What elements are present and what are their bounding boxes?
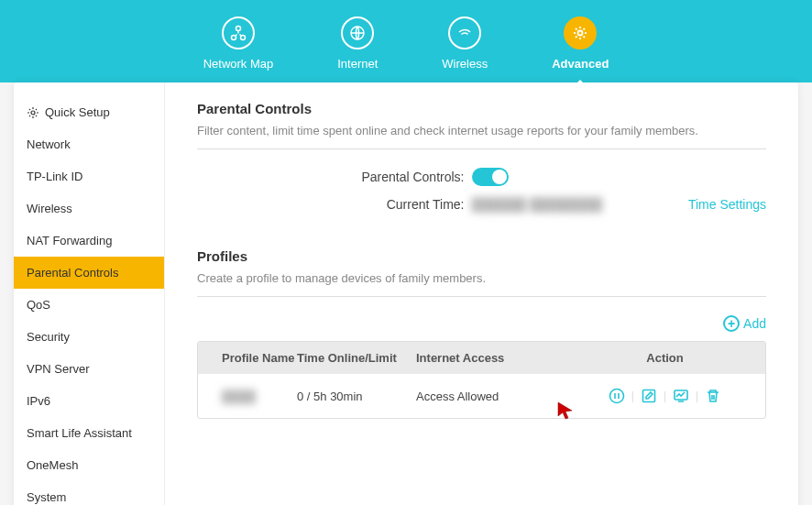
header-time: Time Online/Limit <box>297 351 416 365</box>
parental-toggle[interactable] <box>472 168 509 186</box>
sidebar-item-quick-setup[interactable]: Quick Setup <box>14 96 164 128</box>
separator: | <box>664 390 666 402</box>
network-map-icon <box>222 16 255 49</box>
toggle-label: Parental Controls: <box>309 170 465 184</box>
sidebar-item-ipv6[interactable]: IPv6 <box>14 385 164 417</box>
profile-name: ████ <box>205 390 297 403</box>
table-header: Profile Name Time Online/Limit Internet … <box>198 342 765 374</box>
svg-point-5 <box>31 111 35 115</box>
sidebar-item-label: Quick Setup <box>45 105 110 119</box>
sidebar-item-smart-life[interactable]: Smart Life Assistant <box>14 417 164 449</box>
wifi-icon <box>448 16 481 49</box>
sidebar-item-label: VPN Server <box>27 362 90 376</box>
profile-time: 0 / 5h 30min <box>297 390 416 403</box>
header-name: Profile Name <box>205 351 297 365</box>
nav-label: Wireless <box>442 57 488 71</box>
main-content: Parental Controls Filter content, limit … <box>165 82 798 505</box>
sidebar-item-label: Security <box>27 330 70 344</box>
nav-internet[interactable]: Internet <box>337 16 378 71</box>
profile-access: Access Allowed <box>416 390 572 403</box>
profiles-title: Profiles <box>197 248 766 264</box>
gear-icon <box>27 106 39 119</box>
svg-point-0 <box>236 27 240 31</box>
add-profile-button[interactable]: + Add <box>197 315 766 332</box>
separator: | <box>631 390 634 402</box>
sidebar-item-nat-forwarding[interactable]: NAT Forwarding <box>14 225 164 257</box>
nav-advanced[interactable]: Advanced <box>552 16 609 71</box>
gear-icon <box>564 16 597 49</box>
sidebar-item-wireless[interactable]: Wireless <box>14 192 164 225</box>
sidebar-item-label: Network <box>27 137 71 151</box>
sidebar-item-label: QoS <box>27 298 50 312</box>
current-time-value: ██████ ████████ <box>472 197 655 212</box>
svg-point-6 <box>609 390 623 403</box>
edit-icon[interactable] <box>640 387 658 405</box>
profiles-table: Profile Name Time Online/Limit Internet … <box>197 341 766 419</box>
sidebar-item-label: IPv6 <box>27 394 50 408</box>
sidebar-item-vpn-server[interactable]: VPN Server <box>14 353 164 385</box>
sidebar-item-label: System <box>27 490 66 504</box>
sidebar-item-qos[interactable]: QoS <box>14 289 164 321</box>
sidebar-item-label: TP-Link ID <box>27 170 82 183</box>
svg-point-4 <box>578 31 583 36</box>
delete-icon[interactable] <box>704 387 722 405</box>
nav-network-map[interactable]: Network Map <box>203 16 274 71</box>
page-description: Filter content, limit time spent online … <box>197 124 766 137</box>
sidebar-item-tplink-id[interactable]: TP-Link ID <box>14 160 164 192</box>
sidebar-item-security[interactable]: Security <box>14 321 164 353</box>
header-access: Internet Access <box>416 351 572 365</box>
nav-label: Network Map <box>203 57 274 71</box>
header-action: Action <box>572 351 758 365</box>
sidebar-item-onemesh[interactable]: OneMesh <box>14 449 164 481</box>
sidebar-item-label: NAT Forwarding <box>27 234 112 247</box>
page-title: Parental Controls <box>197 101 766 116</box>
table-row: ████ 0 / 5h 30min Access Allowed | <box>198 374 765 418</box>
sidebar-item-label: Wireless <box>27 202 72 215</box>
add-label: Add <box>743 316 766 331</box>
time-settings-link[interactable]: Time Settings <box>688 197 766 212</box>
sidebar-item-parental-controls[interactable]: Parental Controls <box>14 257 164 289</box>
sidebar-item-network[interactable]: Network <box>14 128 164 160</box>
top-nav: Network Map Internet Wireless Advanced <box>0 0 812 82</box>
sidebar-item-label: Smart Life Assistant <box>27 426 132 440</box>
separator: | <box>696 390 698 402</box>
nav-wireless[interactable]: Wireless <box>442 16 488 71</box>
insights-icon[interactable] <box>672 387 690 405</box>
sidebar-item-label: OneMesh <box>27 458 78 472</box>
divider <box>197 148 766 149</box>
svg-rect-7 <box>642 390 654 402</box>
sidebar-item-label: Parental Controls <box>27 266 118 280</box>
nav-label: Advanced <box>552 57 609 71</box>
sidebar: Quick Setup Network TP-Link ID Wireless … <box>14 82 165 505</box>
time-label: Current Time: <box>309 197 465 212</box>
divider <box>197 296 766 297</box>
plus-icon: + <box>723 315 740 332</box>
globe-icon <box>341 16 374 49</box>
sidebar-item-system[interactable]: System <box>14 481 164 505</box>
profiles-description: Create a profile to manage devices of fa… <box>197 271 766 285</box>
nav-label: Internet <box>337 57 378 71</box>
pause-icon[interactable] <box>608 387 626 405</box>
